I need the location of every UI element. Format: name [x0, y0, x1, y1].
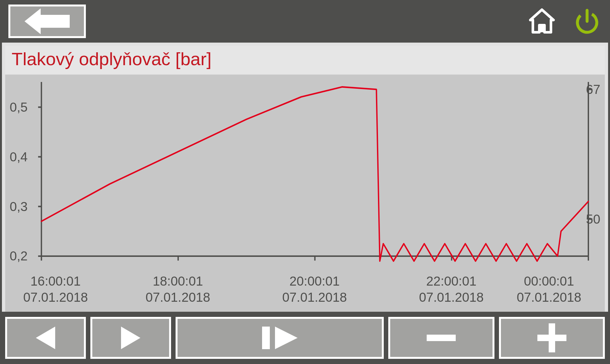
next-button[interactable]	[90, 317, 171, 359]
home-icon	[528, 8, 555, 35]
triangle-left-icon	[36, 327, 55, 349]
x-tick: 00:00:0107.01.2018	[517, 273, 581, 305]
svg-rect-1	[540, 26, 544, 32]
play-pause-icon	[262, 327, 298, 349]
prev-button[interactable]	[5, 317, 86, 359]
zoom-in-button[interactable]	[499, 317, 605, 359]
chart-panel: Tlakový odplyňovač [bar] 0,2 0,3	[2, 41, 608, 314]
y-left-tick: 0,5	[10, 100, 28, 115]
y-right-tick: 67	[586, 82, 601, 96]
svg-marker-18	[36, 327, 55, 349]
back-button[interactable]	[8, 5, 86, 38]
power-button[interactable]	[573, 7, 602, 36]
arrow-left-icon	[25, 8, 70, 34]
svg-marker-19	[121, 327, 140, 349]
minus-icon	[427, 335, 456, 341]
plus-icon	[537, 323, 566, 352]
x-tick: 16:00:0107.01.2018	[23, 273, 88, 305]
y-left-tick: 0,2	[10, 249, 28, 263]
svg-marker-0	[25, 8, 70, 34]
y-left-tick: 0,3	[10, 199, 28, 214]
x-tick: 22:00:0107.01.2018	[419, 273, 483, 305]
svg-marker-21	[275, 327, 298, 349]
top-bar	[2, 2, 608, 41]
x-tick: 20:00:0107.01.2018	[282, 273, 347, 305]
svg-rect-22	[427, 335, 456, 341]
svg-rect-24	[549, 323, 555, 352]
zoom-out-button[interactable]	[388, 317, 494, 359]
play-pause-button[interactable]	[176, 317, 384, 359]
x-tick: 18:00:0107.01.2018	[146, 273, 210, 305]
svg-rect-20	[262, 327, 270, 349]
power-icon	[574, 8, 600, 34]
bottom-bar	[2, 314, 608, 362]
y-right-tick: 50	[586, 212, 601, 226]
chart-title: Tlakový odplyňovač [bar]	[5, 46, 605, 75]
home-button[interactable]	[527, 7, 556, 36]
chart-plot-area[interactable]: 0,2 0,3 0,4 0,5 67 50 16:00:0107.01.2018…	[5, 75, 605, 312]
y-left-tick: 0,4	[10, 150, 28, 164]
triangle-right-icon	[121, 327, 140, 349]
